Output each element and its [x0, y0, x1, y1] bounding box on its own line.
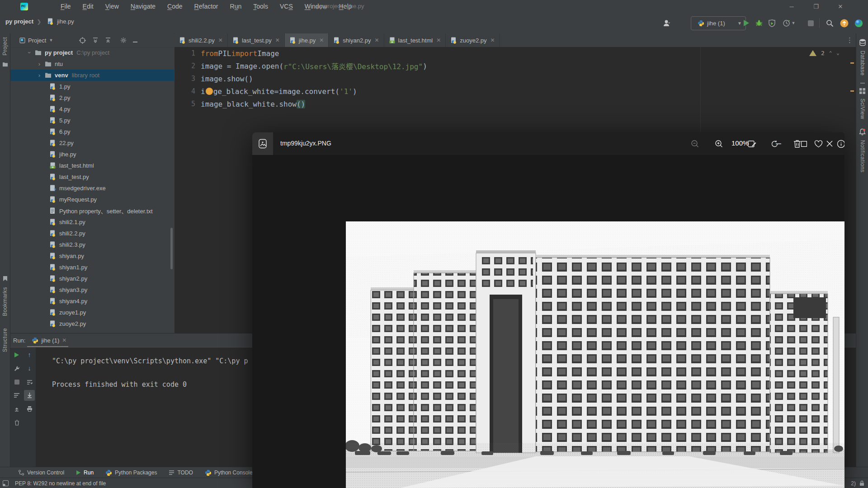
menu-code[interactable]: Code [163, 1, 187, 11]
up-stack-icon[interactable]: ↑ [24, 349, 35, 360]
folder-icon[interactable] [0, 62, 10, 67]
tree-item-shili2.3.py[interactable]: shili2.3.py [10, 239, 174, 250]
tree-item-msedgedriver.exe[interactable]: ?msedgedriver.exe [10, 183, 174, 194]
run-tab[interactable]: jihe (1) ✕ [25, 333, 70, 347]
bookmark-icon[interactable] [0, 276, 10, 282]
tool-window-button-version-control[interactable]: Version Control [18, 469, 64, 476]
tree-item-root[interactable]: ›py projectC:\py project [10, 47, 174, 58]
lock-icon[interactable] [859, 480, 864, 486]
tool-window-button-todo[interactable]: TODO [169, 469, 193, 476]
tree-item-shili2.2.py[interactable]: shili2.2.py [10, 228, 174, 239]
close-icon[interactable]: ✕ [319, 37, 324, 43]
locate-file-icon[interactable] [79, 37, 86, 44]
photos-canvas[interactable] [252, 155, 844, 488]
tool-window-sciview-button[interactable]: SciView [859, 99, 866, 119]
project-tree-scrollbar[interactable] [170, 228, 173, 269]
tree-item-shili2.1.py[interactable]: shili2.1.py [10, 216, 174, 228]
code-line-3[interactable]: 3image.show() [175, 72, 856, 85]
close-icon[interactable]: ✕ [436, 37, 441, 43]
run-console-output[interactable]: "C:\py project\venv\Scripts\python.exe" … [52, 355, 248, 390]
tree-item-Python property、setter、deleter.txt[interactable]: Python property、setter、deleter.txt [10, 205, 174, 216]
tree-item-4.py[interactable]: 4.py [10, 103, 174, 115]
down-stack-icon[interactable]: ↓ [24, 363, 35, 374]
close-icon[interactable]: ✕ [830, 0, 851, 13]
code-line-2[interactable]: 2image = Image.open(r"C:\Users\落炎樱\Deskt… [175, 60, 856, 72]
debug-button[interactable] [753, 17, 765, 29]
zoom-out-icon[interactable] [688, 136, 702, 151]
tree-item-6.py[interactable]: 6.py [10, 126, 174, 137]
tool-window-bookmarks-button[interactable]: Bookmarks [2, 287, 8, 316]
database-icon[interactable] [856, 39, 868, 46]
menu-navigate[interactable]: Navigate [126, 1, 160, 11]
coverage-button[interactable] [766, 17, 778, 29]
close-icon[interactable]: ✕ [490, 37, 495, 43]
grid-icon[interactable] [856, 88, 868, 94]
tree-item-shiyan2.py[interactable]: shiyan2.py [10, 273, 174, 284]
more-tabs-icon[interactable]: ⋮ [846, 36, 854, 44]
expand-all-icon[interactable] [92, 37, 99, 43]
tab-last_test.html[interactable]: Hlast_test.html✕ [384, 33, 446, 47]
chevron-down-icon[interactable]: ▼ [49, 38, 53, 42]
error-stripe-mark[interactable] [850, 90, 854, 92]
search-everywhere-icon[interactable] [824, 17, 835, 29]
photos-minimize-icon[interactable]: ─ [771, 136, 786, 151]
bookmark-dot-icon[interactable] [206, 88, 213, 95]
tree-item-zuoye2.py[interactable]: zuoye2.py [10, 318, 174, 329]
notifications-bell-icon[interactable] [856, 128, 868, 136]
run-button[interactable] [741, 17, 752, 29]
settings-gear-icon[interactable] [120, 37, 127, 43]
menu-edit[interactable]: Edit [78, 1, 98, 11]
tool-window-structure-button[interactable]: Structure [2, 328, 8, 352]
delete-trash-icon[interactable] [11, 417, 22, 428]
tree-item-last_test.py[interactable]: last_test.py [10, 171, 174, 183]
tree-item-zuoye1.py[interactable]: zuoye1.py [10, 307, 174, 318]
menu-tools[interactable]: Tools [249, 1, 273, 11]
breadcrumb-file[interactable]: jihe.py [57, 18, 74, 25]
chevron-icon[interactable]: › [37, 61, 42, 67]
tool-window-project-button[interactable]: Project [2, 37, 8, 56]
code-line-5[interactable]: 5image_black_white.show() [175, 98, 856, 110]
prev-warning-icon[interactable]: ⌃ [829, 50, 832, 56]
maximize-icon[interactable]: ❐ [806, 0, 826, 13]
build-wrench-icon[interactable] [11, 363, 22, 374]
error-stripe-mark[interactable] [850, 62, 854, 64]
menu-vcs[interactable]: VCS [275, 1, 297, 11]
tool-window-button-python-packages[interactable]: Python Packages [105, 469, 157, 476]
tree-item-myRequest.py[interactable]: myRequest.py [10, 194, 174, 205]
tree-item-shiyan3.py[interactable]: shiyan3.py [10, 284, 174, 296]
breadcrumb-project[interactable]: py project [5, 18, 33, 25]
user-account-icon[interactable] [661, 17, 673, 29]
tree-item-5.py[interactable]: 5.py [10, 115, 174, 126]
tree-item-jihe.py[interactable]: jihe.py [10, 149, 174, 160]
tree-item-1.py[interactable]: 1.py [10, 81, 174, 92]
soft-wrap-icon[interactable] [24, 376, 35, 387]
menu-view[interactable]: View [101, 1, 123, 11]
tree-item-venv[interactable]: ›venvlibrary root [10, 70, 174, 81]
tree-item-22.py[interactable]: 22.py [10, 137, 174, 149]
print-icon[interactable] [24, 404, 35, 414]
photos-maximize-icon[interactable] [797, 136, 811, 151]
next-warning-icon[interactable]: ⌃ [836, 50, 840, 56]
close-icon[interactable]: ✕ [218, 37, 223, 43]
tool-window-notifications-button[interactable]: Notifications [859, 140, 866, 173]
tree-item-shiyan4.py[interactable]: shiyan4.py [10, 296, 174, 307]
menu-run[interactable]: Run [226, 1, 246, 11]
zoom-in-icon[interactable] [712, 136, 726, 151]
code-line-1[interactable]: 1from PIL import Image [175, 47, 856, 60]
chevron-icon[interactable]: › [26, 50, 33, 56]
close-icon[interactable]: ✕ [62, 337, 66, 343]
collapse-all-icon[interactable] [105, 37, 111, 43]
tool-window-switcher-icon[interactable] [3, 480, 9, 486]
chevron-icon[interactable]: › [37, 72, 42, 79]
tab-jihe.py[interactable]: jihe.py✕ [285, 33, 329, 47]
tree-item-shiyan1.py[interactable]: shiyan1.py [10, 262, 174, 273]
menu-file[interactable]: File [56, 1, 75, 11]
close-icon[interactable]: ✕ [275, 37, 280, 43]
rerun-button[interactable] [11, 349, 22, 360]
minimize-icon[interactable]: ─ [781, 0, 802, 13]
run-configuration-select[interactable]: jihe (1) ▼ [691, 16, 746, 30]
tree-item-2.py[interactable]: 2.py [10, 92, 174, 103]
filter-list-icon[interactable] [11, 390, 22, 401]
inspection-widget[interactable]: 2 ⌃ ⌃ [809, 50, 840, 56]
tab-shili2.2.py[interactable]: shili2.2.py✕ [175, 33, 228, 47]
